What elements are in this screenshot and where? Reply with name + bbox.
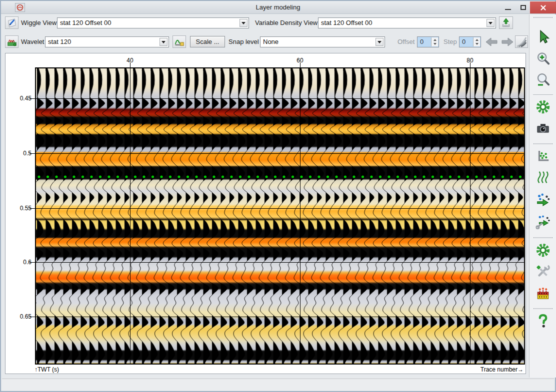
titlebar: Layer modeling — [1, 1, 555, 14]
toolbar-drag-handle[interactable] — [534, 237, 552, 238]
gear-icon — [536, 99, 550, 114]
layer-cake-icon — [536, 286, 550, 301]
x-axis-label: Trace number→ — [480, 366, 524, 373]
tools-icon — [536, 264, 550, 279]
offset-value: 0 — [420, 38, 424, 45]
crossplot-icon — [536, 148, 550, 163]
seismic-canvas[interactable] — [35, 67, 525, 365]
close-icon — [540, 4, 546, 11]
wiggle-view-label: Wiggle View — [21, 19, 56, 26]
fluid-substitution-button[interactable] — [534, 191, 552, 208]
zoom-out-button[interactable] — [534, 71, 552, 88]
layer-properties-button[interactable] — [534, 242, 552, 259]
wiggle-display-button[interactable] — [5, 16, 18, 29]
snapshot-button[interactable] — [534, 120, 552, 137]
y-axis-label: ↑TWT (s) — [34, 366, 59, 373]
import-icon — [500, 17, 512, 28]
wiggle-view-select[interactable]: stat 120 Offset 00 — [57, 17, 249, 28]
snap-level-value: None — [263, 38, 278, 45]
fluid-tools-button[interactable] — [534, 213, 552, 230]
wavelet-properties-icon — [174, 36, 185, 47]
snap-level-label: Snap level — [228, 38, 259, 45]
status-bar: Val=-18258.79 (stat 120 Offset 00); Z=51… — [2, 379, 554, 391]
wavelet-select[interactable]: stat 120 — [45, 36, 169, 47]
fluid-tools-icon — [536, 214, 550, 229]
vd-view-label: Variable Density View — [255, 19, 318, 26]
zoom-out-icon — [536, 72, 550, 87]
wavelet-label: Wavelet — [21, 38, 44, 45]
camera-icon — [536, 121, 550, 136]
wavelet-icon — [6, 36, 18, 47]
layer-cake-button[interactable] — [534, 285, 552, 302]
snap-level-select[interactable]: None — [260, 36, 385, 47]
next-arrow-icon — [501, 37, 514, 47]
step-value: 0 — [462, 38, 466, 45]
vd-view-value: stat 120 Offset 00 — [321, 19, 372, 26]
zoom-in-button[interactable] — [534, 50, 552, 67]
chevron-down-icon[interactable] — [376, 38, 384, 46]
fluid-substitution-icon — [536, 192, 550, 207]
gear-icon — [536, 243, 550, 258]
spinner-arrows-icon[interactable] — [431, 37, 438, 46]
help-icon — [536, 314, 550, 329]
chevron-down-icon[interactable] — [160, 38, 168, 46]
wavelet-manager-button[interactable] — [5, 35, 18, 48]
sidebar-toolbar — [529, 14, 556, 378]
pointer-icon — [536, 29, 550, 44]
next-button[interactable] — [499, 35, 516, 48]
wiggle-view-value: stat 120 Offset 00 — [60, 19, 111, 26]
settings-button[interactable] — [534, 98, 552, 115]
offset-label: Offset — [398, 38, 414, 45]
layer-modeling-window: Layer modeling Wiggle View stat 120 Offs… — [0, 0, 556, 392]
chevron-down-icon[interactable] — [240, 19, 248, 27]
step-label: Step — [444, 38, 457, 45]
window-title: Layer modeling — [1, 3, 555, 11]
zoom-in-icon — [536, 51, 550, 66]
close-button[interactable] — [530, 1, 556, 13]
offset-stepper[interactable]: 0 — [417, 36, 439, 47]
plot-panel: 40 60 80 0.45 0.5 0.55 0.6 0.65 ↑TWT (s)… — [5, 53, 526, 374]
seismic-view[interactable] — [35, 67, 525, 365]
toolbar-drag-handle[interactable] — [534, 308, 552, 309]
display-properties-button[interactable] — [515, 35, 528, 48]
synthetics-button[interactable] — [534, 169, 552, 186]
minimize-button[interactable] — [501, 1, 515, 13]
prev-button[interactable] — [483, 35, 500, 48]
step-stepper[interactable]: 0 — [459, 36, 481, 47]
wavelet-value: stat 120 — [48, 38, 71, 45]
spinner-arrows-icon[interactable] — [473, 37, 480, 46]
toolbar-drag-handle[interactable] — [534, 143, 552, 144]
scale-button-label: Scale ... — [196, 38, 220, 45]
vd-view-select[interactable]: stat 120 Offset 00 — [318, 17, 496, 28]
help-button[interactable] — [534, 313, 552, 330]
wiggle-display-icon — [6, 17, 18, 28]
toolbar-drag-handle[interactable] — [534, 17, 552, 18]
display-properties-icon — [516, 36, 527, 47]
chevron-down-icon[interactable] — [486, 19, 494, 27]
pick-mode-button[interactable] — [534, 28, 552, 45]
wavelet-properties-button[interactable] — [172, 35, 186, 48]
tools-button[interactable] — [534, 263, 552, 280]
scale-button[interactable]: Scale ... — [190, 36, 225, 47]
prev-arrow-icon — [485, 37, 498, 47]
wiggle-traces-icon — [536, 170, 550, 185]
crossplot-button[interactable] — [534, 147, 552, 164]
maximize-button[interactable] — [516, 1, 530, 13]
import-button[interactable] — [499, 16, 513, 29]
